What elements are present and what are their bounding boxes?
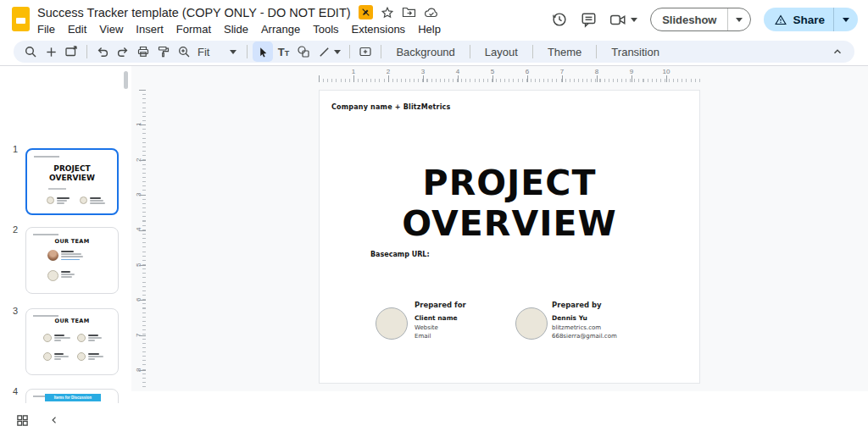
edit-disabled-icon: [359, 5, 373, 19]
select-tool-icon[interactable]: [253, 41, 273, 62]
google-slides-app: Success Tracker template (COPY ONLY - DO…: [0, 0, 868, 437]
thumb3-member-3: [43, 352, 69, 361]
zoom-icon[interactable]: [174, 41, 194, 62]
prepared-by-avatar[interactable]: [515, 307, 548, 340]
toolbar-divider: [349, 45, 350, 58]
toolbar: Fit TT Background Layout Theme Transitio…: [14, 41, 854, 63]
toolbar-divider: [596, 45, 597, 58]
basecamp-url-textbox[interactable]: Basecamp URL:: [370, 251, 430, 258]
ruler-number: 3: [406, 68, 441, 75]
slideshow-label: Slideshow: [651, 14, 727, 26]
star-icon[interactable]: [381, 6, 394, 19]
filmstrip-scrollbar[interactable]: [124, 71, 128, 89]
horizontal-ruler: 12345678910: [319, 68, 701, 82]
comments-icon[interactable]: [581, 12, 597, 28]
slide-4-number: 4: [13, 386, 18, 396]
insert-text-placeholder-icon[interactable]: [355, 41, 376, 62]
menu-item[interactable]: Edit: [68, 23, 86, 36]
transition-button[interactable]: Transition: [602, 46, 669, 58]
menu-item[interactable]: Help: [418, 23, 441, 36]
version-history-icon[interactable]: [551, 11, 568, 28]
layout-button[interactable]: Layout: [476, 46, 527, 58]
filmstrip-footer: [0, 403, 131, 437]
slide-filmstrip: 1 2 3 4 PROJECT OVERVIEW OUR TEAM: [0, 66, 131, 437]
vertical-ruler: 12345678: [132, 90, 146, 390]
shape-icon[interactable]: [293, 41, 314, 62]
slide-2-number: 2: [13, 224, 18, 235]
menu-bar: FileEditViewInsertFormatSlideArrangeTool…: [37, 23, 441, 36]
thumb1-title: PROJECT OVERVIEW: [27, 164, 117, 182]
new-slide-layout-icon[interactable]: [61, 41, 81, 62]
menu-item[interactable]: Slide: [224, 23, 248, 36]
slides-logo[interactable]: [12, 7, 30, 31]
ruler-number: 7: [545, 68, 580, 75]
slideshow-button[interactable]: Slideshow: [650, 8, 751, 31]
prepared-for-avatar[interactable]: [376, 307, 408, 340]
hide-menus-button[interactable]: [827, 41, 848, 62]
meet-camera-icon[interactable]: [609, 13, 626, 27]
share-warning-icon: [775, 14, 787, 25]
toolbar-divider: [470, 45, 470, 58]
collapse-filmstrip-button[interactable]: [49, 415, 59, 425]
redo-icon[interactable]: [113, 41, 133, 62]
menu-item[interactable]: Tools: [313, 23, 338, 36]
thumb4-banner: Items for Discussion: [45, 394, 101, 401]
menu-item[interactable]: Extensions: [352, 23, 406, 36]
thumb2-member-2: [47, 270, 75, 281]
line-tool-icon[interactable]: [314, 41, 334, 62]
document-title[interactable]: Success Tracker template (COPY ONLY - DO…: [37, 6, 351, 19]
thumb3-member-1: [43, 334, 70, 342]
toolbar-divider: [247, 45, 248, 58]
zoom-select[interactable]: Fit: [194, 46, 242, 58]
menu-item[interactable]: Arrange: [261, 23, 300, 36]
share-label: Share: [793, 14, 825, 26]
ruler-number: 6: [510, 68, 545, 75]
ruler-number: 10: [649, 68, 684, 75]
share-button[interactable]: Share: [764, 8, 858, 31]
line-tool-dropdown[interactable]: [334, 50, 341, 54]
toolbar-divider: [381, 45, 381, 58]
cloud-status-icon[interactable]: [424, 7, 439, 19]
text-box-icon[interactable]: TT: [273, 41, 293, 62]
slide-3-number: 3: [13, 306, 18, 316]
company-name-textbox[interactable]: Company name + BlitzMetrics: [331, 103, 451, 111]
slide-canvas[interactable]: Company name + BlitzMetrics PROJECT OVER…: [319, 90, 700, 384]
slide-thumbnail-1[interactable]: PROJECT OVERVIEW: [25, 148, 119, 215]
camera-dropdown-icon[interactable]: [631, 18, 637, 22]
grid-view-button[interactable]: [16, 414, 29, 427]
ruler-number: 8: [580, 68, 615, 75]
toolbar-divider: [86, 45, 87, 58]
menu-item[interactable]: File: [37, 23, 55, 36]
menu-item[interactable]: View: [99, 23, 123, 36]
prepared-by-textbox[interactable]: Prepared by Dennis Yu blitzmetrics.com 6…: [552, 301, 617, 340]
undo-icon[interactable]: [92, 41, 113, 62]
move-folder-icon[interactable]: [402, 6, 416, 19]
print-icon[interactable]: [133, 41, 153, 62]
search-menus-icon[interactable]: [20, 41, 41, 62]
slideshow-dropdown[interactable]: [728, 18, 750, 22]
app-header: Success Tracker template (COPY ONLY - DO…: [0, 0, 868, 41]
share-dropdown[interactable]: [834, 18, 858, 22]
slides-logo-page: [16, 18, 25, 24]
background-button[interactable]: Background: [387, 46, 464, 58]
ruler-number: 5: [476, 68, 510, 75]
slide-thumbnail-3[interactable]: OUR TEAM: [25, 308, 119, 375]
ruler-number: 2: [371, 68, 406, 75]
notes-area: [131, 391, 868, 437]
thumb1-prepared-for: [47, 196, 70, 204]
menu-item[interactable]: Insert: [136, 23, 164, 36]
slide-thumbnail-2[interactable]: OUR TEAM: [25, 227, 119, 294]
ruler-number: 9: [615, 68, 649, 75]
paint-format-icon[interactable]: [153, 41, 174, 62]
ruler-number: 1: [337, 68, 371, 75]
prepared-for-textbox[interactable]: Prepared for Client name Website Email: [415, 301, 466, 340]
thumb2-member-1: [47, 250, 83, 261]
theme-button[interactable]: Theme: [538, 46, 591, 58]
slide-title-textbox[interactable]: PROJECT OVERVIEW: [320, 163, 699, 244]
new-slide-plus-icon[interactable]: [41, 41, 61, 62]
thumb1-prepared-by: [80, 196, 105, 204]
thumb2-title: OUR TEAM: [26, 238, 118, 245]
menu-item[interactable]: Format: [176, 23, 211, 36]
toolbar-divider: [532, 45, 533, 58]
thumb3-title: OUR TEAM: [26, 318, 118, 324]
